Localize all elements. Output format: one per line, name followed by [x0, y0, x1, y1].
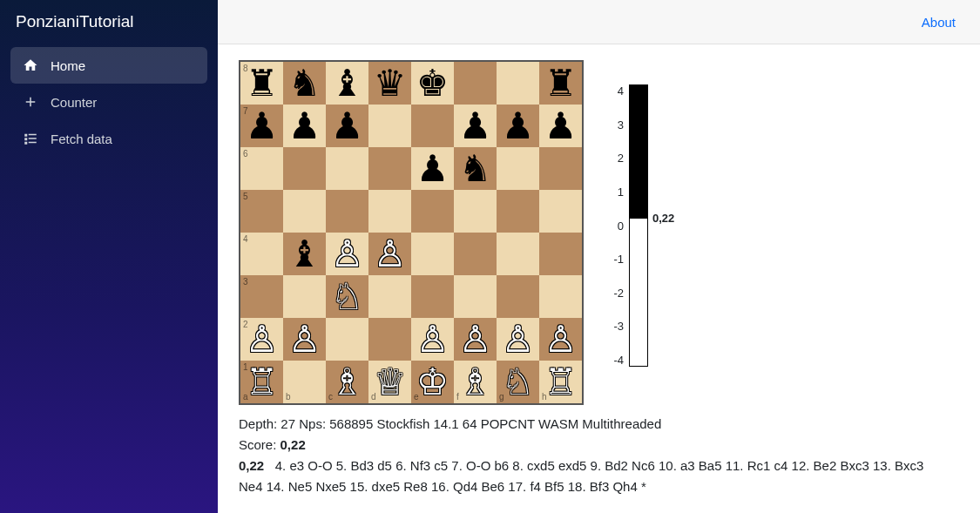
square-b1[interactable]: b	[283, 361, 326, 403]
chessboard[interactable]: 8♜♞♝♛♚♜7♟♟♟♟♟♟6♟♞54♝♙♙3♘2♙♙♙♙♙♙1a♖bc♗d♕e…	[239, 60, 584, 405]
square-b8[interactable]: ♞	[283, 62, 326, 105]
piece-p[interactable]: ♟	[502, 108, 535, 145]
piece-q[interactable]: ♛	[374, 65, 407, 102]
square-d4[interactable]: ♙	[368, 233, 411, 275]
square-g4[interactable]	[497, 233, 539, 275]
square-e3[interactable]	[411, 275, 454, 318]
square-g3[interactable]	[497, 275, 539, 318]
square-b7[interactable]: ♟	[283, 105, 326, 147]
piece-p[interactable]: ♟	[288, 108, 321, 145]
square-c2[interactable]	[326, 318, 368, 361]
square-h7[interactable]: ♟	[539, 105, 582, 147]
square-h8[interactable]: ♜	[539, 62, 582, 105]
piece-B[interactable]: ♗	[459, 364, 492, 401]
square-c6[interactable]	[326, 147, 368, 190]
square-f8[interactable]	[454, 62, 497, 105]
square-c8[interactable]: ♝	[326, 62, 368, 105]
square-g7[interactable]: ♟	[497, 105, 539, 147]
piece-n[interactable]: ♞	[459, 151, 492, 187]
square-f5[interactable]	[454, 190, 497, 233]
square-b2[interactable]: ♙	[283, 318, 326, 361]
square-e4[interactable]	[411, 233, 454, 275]
piece-R[interactable]: ♖	[246, 364, 279, 401]
square-a3[interactable]: 3	[240, 275, 283, 318]
square-e7[interactable]	[411, 105, 454, 147]
square-d8[interactable]: ♛	[368, 62, 411, 105]
square-d7[interactable]	[368, 105, 411, 147]
square-d1[interactable]: d♕	[368, 361, 411, 403]
square-a2[interactable]: 2♙	[240, 318, 283, 361]
piece-B[interactable]: ♗	[331, 364, 364, 401]
piece-r[interactable]: ♜	[246, 65, 279, 102]
sidebar-item-home[interactable]: Home	[10, 47, 207, 84]
square-e6[interactable]: ♟	[411, 147, 454, 190]
square-b6[interactable]	[283, 147, 326, 190]
piece-p[interactable]: ♟	[544, 108, 578, 145]
square-e1[interactable]: e♔	[411, 361, 454, 403]
piece-b[interactable]: ♝	[331, 65, 364, 102]
square-h3[interactable]	[539, 275, 582, 318]
square-a8[interactable]: 8♜	[240, 62, 283, 105]
square-g8[interactable]	[497, 62, 539, 105]
square-g2[interactable]: ♙	[497, 318, 539, 361]
square-f4[interactable]	[454, 233, 497, 275]
piece-Q[interactable]: ♕	[374, 364, 407, 401]
square-b4[interactable]: ♝	[283, 233, 326, 275]
piece-P[interactable]: ♙	[288, 321, 321, 358]
square-c1[interactable]: c♗	[326, 361, 368, 403]
square-h5[interactable]	[539, 190, 582, 233]
piece-p[interactable]: ♟	[331, 108, 364, 145]
piece-P[interactable]: ♙	[374, 236, 407, 273]
square-f1[interactable]: f♗	[454, 361, 497, 403]
square-h1[interactable]: h♖	[539, 361, 582, 403]
square-h6[interactable]	[539, 147, 582, 190]
piece-p[interactable]: ♟	[416, 151, 449, 187]
square-g6[interactable]	[497, 147, 539, 190]
piece-p[interactable]: ♟	[246, 108, 279, 145]
piece-r[interactable]: ♜	[544, 65, 578, 102]
square-a7[interactable]: 7♟	[240, 105, 283, 147]
square-b5[interactable]	[283, 190, 326, 233]
sidebar-item-counter[interactable]: Counter	[10, 84, 207, 120]
square-d5[interactable]	[368, 190, 411, 233]
piece-P[interactable]: ♙	[416, 321, 449, 358]
square-c3[interactable]: ♘	[326, 275, 368, 318]
piece-b[interactable]: ♝	[288, 236, 321, 273]
square-e8[interactable]: ♚	[411, 62, 454, 105]
square-c5[interactable]	[326, 190, 368, 233]
square-g1[interactable]: g♘	[497, 361, 539, 403]
square-f6[interactable]: ♞	[454, 147, 497, 190]
piece-N[interactable]: ♘	[502, 364, 535, 401]
square-h2[interactable]: ♙	[539, 318, 582, 361]
square-h4[interactable]	[539, 233, 582, 275]
square-g5[interactable]	[497, 190, 539, 233]
square-f3[interactable]	[454, 275, 497, 318]
square-e5[interactable]	[411, 190, 454, 233]
piece-P[interactable]: ♙	[246, 321, 279, 358]
about-link[interactable]: About	[922, 15, 956, 30]
square-a6[interactable]: 6	[240, 147, 283, 190]
square-d2[interactable]	[368, 318, 411, 361]
piece-P[interactable]: ♙	[459, 321, 492, 358]
square-c4[interactable]: ♙	[326, 233, 368, 275]
piece-P[interactable]: ♙	[544, 321, 578, 358]
square-f2[interactable]: ♙	[454, 318, 497, 361]
square-a1[interactable]: 1a♖	[240, 361, 283, 403]
square-a5[interactable]: 5	[240, 190, 283, 233]
piece-N[interactable]: ♘	[331, 279, 364, 315]
piece-P[interactable]: ♙	[331, 236, 364, 273]
piece-n[interactable]: ♞	[288, 65, 321, 102]
square-d6[interactable]	[368, 147, 411, 190]
piece-K[interactable]: ♔	[416, 364, 449, 401]
square-b3[interactable]	[283, 275, 326, 318]
piece-P[interactable]: ♙	[502, 321, 535, 358]
sidebar-item-fetch-data[interactable]: Fetch data	[10, 120, 207, 157]
square-e2[interactable]: ♙	[411, 318, 454, 361]
square-d3[interactable]	[368, 275, 411, 318]
piece-k[interactable]: ♚	[416, 65, 449, 102]
square-a4[interactable]: 4	[240, 233, 283, 275]
square-c7[interactable]: ♟	[326, 105, 368, 147]
piece-R[interactable]: ♖	[544, 364, 578, 401]
piece-p[interactable]: ♟	[459, 108, 492, 145]
square-f7[interactable]: ♟	[454, 105, 497, 147]
